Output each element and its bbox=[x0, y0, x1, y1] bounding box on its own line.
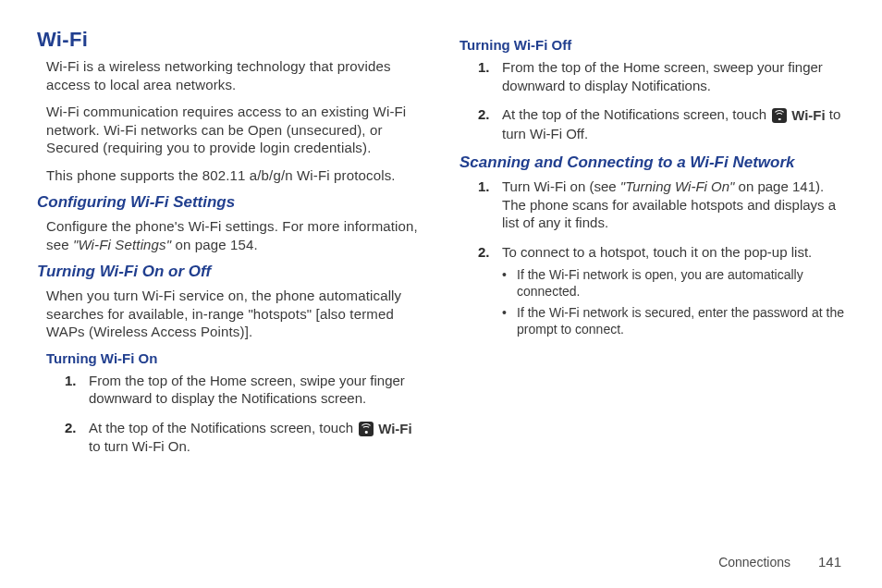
bullet-item: If the Wi-Fi network is open, you are au… bbox=[502, 266, 845, 300]
heading-turning-wifi-on: Turning Wi-Fi On bbox=[46, 350, 423, 366]
step-number: 1. bbox=[65, 372, 77, 390]
heading-turning-wifi-on-or-off: Turning Wi-Fi On or Off bbox=[37, 263, 423, 281]
intro-paragraph-1: Wi-Fi is a wireless networking technolog… bbox=[46, 57, 423, 93]
cross-reference: "Wi-Fi Settings" bbox=[73, 237, 171, 252]
text: Turn Wi-Fi on (see bbox=[502, 178, 620, 194]
wifi-on-steps: 1. From the top of the Home screen, swip… bbox=[65, 372, 423, 456]
text: on page 154. bbox=[171, 237, 258, 252]
wifi-label: Wi-Fi bbox=[378, 420, 412, 438]
page-footer: Connections 141 bbox=[37, 546, 845, 570]
step-item: 1. From the top of the Home screen, swip… bbox=[65, 372, 423, 408]
two-column-layout: Wi-Fi Wi-Fi is a wireless networking tec… bbox=[37, 28, 845, 546]
sub-bullets: If the Wi-Fi network is open, you are au… bbox=[502, 266, 845, 337]
configuring-paragraph: Configure the phone's Wi-Fi settings. Fo… bbox=[46, 217, 423, 253]
step-number: 2. bbox=[478, 243, 490, 262]
footer-page-number: 141 bbox=[818, 554, 841, 570]
step-text: At the top of the Notifications screen, … bbox=[502, 106, 840, 141]
step-item: 2. At the top of the Notifications scree… bbox=[478, 105, 845, 142]
cross-reference: "Turning Wi-Fi On" bbox=[620, 178, 735, 194]
wifi-chip: Wi-Fi bbox=[770, 106, 826, 125]
step-item: 1. From the top of the Home screen, swee… bbox=[478, 58, 845, 94]
left-column: Wi-Fi Wi-Fi is a wireless networking tec… bbox=[37, 28, 423, 546]
wifi-icon bbox=[359, 422, 374, 436]
text: to turn Wi-Fi On. bbox=[89, 438, 190, 454]
scanning-steps: 1. Turn Wi-Fi on (see "Turning Wi-Fi On"… bbox=[478, 178, 845, 337]
step-item: 2. At the top of the Notifications scree… bbox=[65, 419, 423, 456]
step-number: 2. bbox=[65, 419, 77, 437]
step-text: Turn Wi-Fi on (see "Turning Wi-Fi On" on… bbox=[502, 178, 836, 230]
footer-section-name: Connections bbox=[718, 555, 790, 570]
step-number: 2. bbox=[478, 105, 490, 124]
step-text: From the top of the Home screen, sweep y… bbox=[502, 59, 823, 93]
step-number: 1. bbox=[478, 178, 490, 196]
intro-paragraph-3: This phone supports the 802.11 a/b/g/n W… bbox=[46, 166, 423, 185]
bullet-item: If the Wi-Fi network is secured, enter t… bbox=[502, 304, 845, 337]
text: At the top of the Notifications screen, … bbox=[502, 106, 770, 122]
step-item: 2. To connect to a hotspot, touch it on … bbox=[478, 243, 845, 337]
step-text: At the top of the Notifications screen, … bbox=[89, 420, 412, 455]
wifi-chip: Wi-Fi bbox=[357, 420, 412, 438]
step-text: From the top of the Home screen, swipe y… bbox=[89, 373, 405, 407]
wifi-label: Wi-Fi bbox=[791, 106, 826, 125]
text: At the top of the Notifications screen, … bbox=[89, 420, 357, 435]
intro-paragraph-2: Wi-Fi communication requires access to a… bbox=[46, 103, 423, 157]
wifi-icon bbox=[772, 108, 787, 123]
step-item: 1. Turn Wi-Fi on (see "Turning Wi-Fi On"… bbox=[478, 178, 845, 232]
manual-page: Wi-Fi Wi-Fi is a wireless networking tec… bbox=[0, 0, 882, 588]
step-number: 1. bbox=[478, 58, 490, 77]
right-column: Turning Wi-Fi Off 1. From the top of the… bbox=[459, 28, 845, 546]
on-off-intro-paragraph: When you turn Wi-Fi service on, the phon… bbox=[46, 287, 423, 341]
heading-scanning-connecting: Scanning and Connecting to a Wi-Fi Netwo… bbox=[459, 153, 845, 172]
heading-turning-wifi-off: Turning Wi-Fi Off bbox=[459, 37, 845, 53]
heading-configuring-wifi-settings: Configuring Wi-Fi Settings bbox=[37, 193, 423, 212]
step-text: To connect to a hotspot, touch it on the… bbox=[502, 244, 812, 260]
wifi-off-steps: 1. From the top of the Home screen, swee… bbox=[478, 58, 845, 142]
heading-wifi: Wi-Fi bbox=[37, 28, 423, 52]
